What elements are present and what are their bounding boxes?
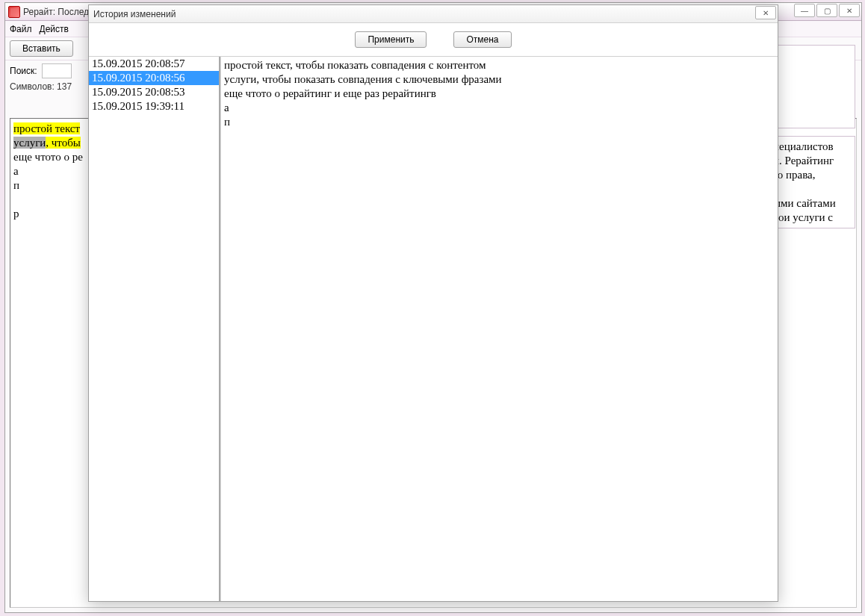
- preview-line: еще чтото о рерайтинг и еще раз рерайтин…: [224, 87, 775, 101]
- menu-actions[interactable]: Действ: [40, 24, 69, 34]
- right-panel-line: а: [773, 182, 852, 196]
- search-label: Поиск:: [10, 66, 37, 76]
- search-input[interactable]: [42, 63, 72, 78]
- preview-line: п: [224, 115, 775, 129]
- right-top-box: [769, 45, 855, 128]
- minimize-button[interactable]: —: [794, 4, 815, 17]
- preview-line: простой текст, чтобы показать совпадения…: [224, 58, 775, 72]
- right-panel-line: ыми сайтами: [773, 196, 852, 211]
- close-button[interactable]: ✕: [839, 4, 860, 17]
- dialog-title: История изменений: [93, 9, 176, 19]
- maximize-button[interactable]: ▢: [816, 4, 837, 17]
- right-panel-line: пециалистов: [773, 140, 852, 154]
- menu-file[interactable]: Файл: [10, 24, 32, 34]
- history-row[interactable]: 15.09.2015 20:08:57: [89, 57, 219, 71]
- dialog-button-row: Применить Отмена: [89, 23, 778, 56]
- apply-button[interactable]: Применить: [355, 31, 427, 48]
- history-preview[interactable]: простой текст, чтобы показать совпадения…: [220, 57, 778, 601]
- history-dialog: История изменений ✕ Применить Отмена 15.…: [88, 4, 778, 602]
- app-icon: [8, 6, 20, 18]
- paste-button[interactable]: Вставить: [10, 40, 73, 57]
- history-row[interactable]: 15.09.2015 19:39:11: [89, 99, 219, 113]
- preview-line: а: [224, 101, 775, 115]
- right-panel: пециалистови. Рерайтингго права,аыми сай…: [769, 136, 855, 228]
- right-panel-line: и. Рерайтинг: [773, 154, 852, 168]
- right-panel-line: го права,: [773, 168, 852, 182]
- main-title: Рерайт: Послед: [23, 7, 89, 17]
- history-row[interactable]: 15.09.2015 20:08:53: [89, 85, 219, 99]
- right-panel-line: вои услуги с: [773, 211, 852, 225]
- history-row[interactable]: 15.09.2015 20:08:56: [89, 71, 219, 85]
- cancel-button[interactable]: Отмена: [453, 31, 511, 48]
- dialog-close-button[interactable]: ✕: [755, 6, 776, 19]
- history-list[interactable]: 15.09.2015 20:08:5715.09.2015 20:08:5615…: [89, 57, 220, 601]
- dialog-titlebar[interactable]: История изменений ✕: [89, 5, 778, 23]
- preview-line: услуги, чтобы показать совпадения с ключ…: [224, 72, 775, 87]
